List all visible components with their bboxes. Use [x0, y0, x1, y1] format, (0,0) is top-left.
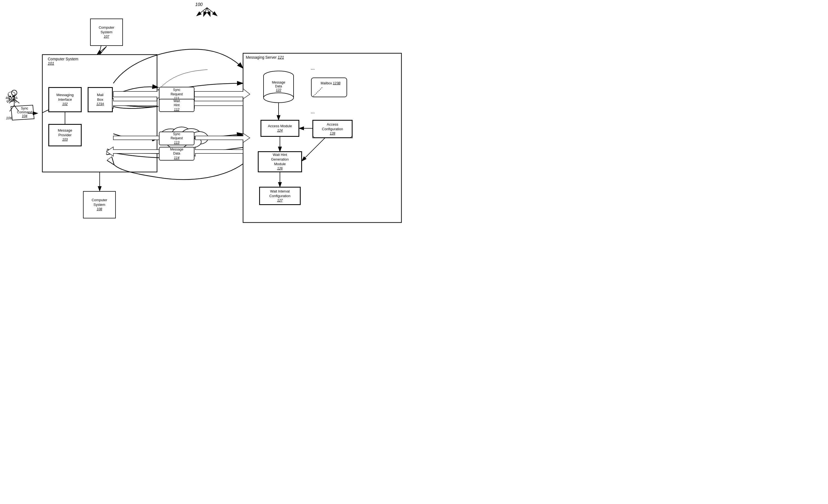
ac128-box: AccessConfiguration 128 — [313, 120, 352, 138]
svg-line-37 — [302, 138, 325, 161]
ref-100-arrows — [197, 8, 217, 16]
mp103-box: MessageProvider 103 — [49, 124, 81, 146]
svg-text:...: ... — [310, 109, 315, 114]
cs108-box: ComputerSystem 108 — [83, 191, 116, 218]
svg-marker-39 — [110, 150, 113, 153]
svg-point-45 — [11, 90, 17, 95]
mailbox123b-label: Mailbox 123B — [314, 81, 348, 85]
svg-line-0 — [197, 8, 207, 16]
svg-line-27 — [100, 46, 107, 55]
svg-line-47 — [9, 99, 14, 103]
mi102-box: MessagingInterface 102 — [49, 87, 81, 112]
md114-tab: MessageData 114 — [159, 147, 195, 161]
svg-line-3 — [207, 8, 217, 16]
diagram-container: ... ... — [0, 0, 414, 252]
ref-100: 100 — [195, 2, 203, 7]
svg-point-12 — [263, 93, 294, 103]
cs101-label: Computer System101 — [48, 57, 78, 66]
wh112-tab: WaitHint 112 — [159, 99, 195, 112]
svg-line-48 — [14, 99, 19, 103]
cs107-box: ComputerSystem 107 — [90, 18, 123, 46]
cs101-outer-box — [42, 55, 157, 172]
svg-rect-33 — [311, 78, 347, 97]
user-id-label: 106 — [6, 116, 12, 120]
svg-line-40 — [97, 46, 107, 55]
wic127-box: Wait IntervalConfiguration 127 — [259, 187, 300, 205]
svg-line-44 — [313, 87, 322, 97]
svg-line-2 — [207, 8, 210, 16]
svg-line-50 — [14, 106, 19, 112]
whgm126-box: Wait HintGenerationModule 126 — [258, 152, 302, 172]
user-stick-figure — [6, 90, 23, 116]
sr113-tab: SyncRequest 113 — [159, 132, 195, 145]
ms121-label: Messaging Server 121 — [246, 55, 284, 59]
svg-line-49 — [9, 106, 14, 112]
md122-label: MessageData122 — [265, 81, 292, 92]
am124-box: Access Module 124 — [261, 120, 299, 136]
mailbox123a-box: MailBox 123A — [88, 87, 113, 112]
svg-text:...: ... — [310, 65, 315, 71]
svg-point-8 — [263, 71, 294, 81]
svg-line-1 — [203, 8, 207, 16]
